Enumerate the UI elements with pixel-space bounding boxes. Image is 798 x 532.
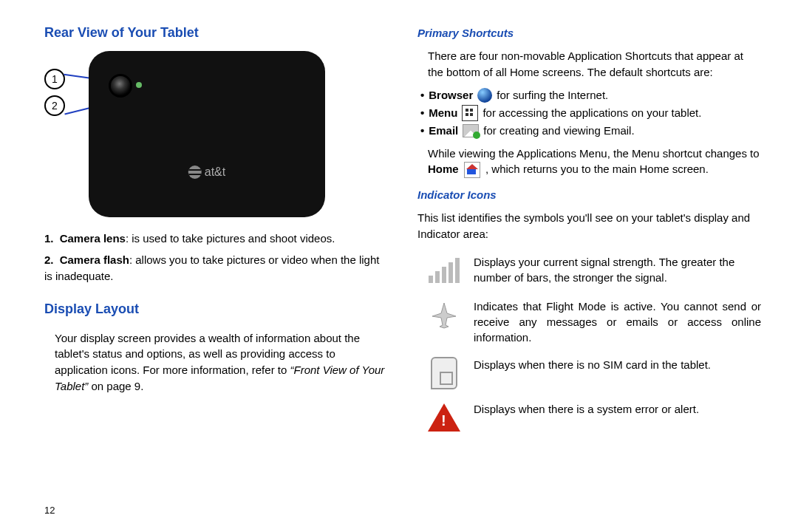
tablet-body: at&t — [89, 51, 325, 217]
home-icon — [464, 162, 480, 178]
shortcut-browser: • Browser for surfing the Internet. — [420, 86, 761, 104]
indicator-text: Displays when there is a system error or… — [474, 401, 699, 417]
bullet-icon: • — [420, 122, 424, 140]
tablet-rear-figure: 1 2 at&t — [44, 51, 325, 217]
home-bold: Home — [428, 163, 459, 175]
page-number: 12 — [44, 505, 55, 516]
indicator-text: Indicates that Flight Mode is active. Yo… — [474, 299, 761, 345]
heading-display-layout: Display Layout — [44, 301, 388, 317]
bullet-icon: • — [420, 86, 424, 104]
indicator-text: Displays when there is no SIM card in th… — [474, 357, 711, 372]
apps-grid-icon — [462, 105, 478, 121]
camera-lens-icon — [111, 76, 130, 95]
list-num: 1. — [44, 232, 54, 245]
indicator-row-nosim: Displays when there is no SIM card in th… — [428, 357, 761, 389]
indicator-row-flight: Indicates that Flight Mode is active. Yo… — [428, 299, 761, 345]
left-column: Rear View of Your Tablet 1 2 at&t 1. Cam… — [44, 22, 388, 517]
airplane-mode-icon — [428, 299, 460, 331]
att-label: at&t — [205, 166, 225, 179]
shortcuts-intro: There are four non-movable Application S… — [428, 48, 761, 81]
att-globe-icon — [188, 166, 202, 179]
heading-indicator-icons: Indicator Icons — [417, 188, 761, 201]
shortcut-label: Browser — [429, 86, 473, 104]
list-num: 2. — [44, 253, 54, 266]
shortcut-label: Email — [429, 122, 458, 140]
page-root: Rear View of Your Tablet 1 2 at&t 1. Cam… — [44, 22, 761, 517]
home-shortcut-paragraph: While viewing the Applications Menu, the… — [428, 146, 761, 179]
indicator-text: Displays your current signal strength. T… — [474, 254, 761, 285]
shortcut-menu: • Menu for accessing the applications on… — [420, 104, 761, 122]
alert-triangle-icon — [428, 401, 460, 434]
shortcut-email: • Email for creating and viewing Email. — [420, 122, 761, 140]
callout-number-1: 1 — [44, 69, 65, 89]
callout-number-2: 2 — [44, 95, 65, 116]
shortcut-tail: for surfing the Internet. — [497, 86, 608, 104]
list-rest: : is used to take pictures and shoot vid… — [126, 232, 335, 245]
bullet-icon: • — [420, 104, 424, 122]
indicator-row-signal: Displays your current signal strength. T… — [428, 254, 761, 287]
rear-list-item-1: 1. Camera lens: is used to take pictures… — [44, 231, 388, 248]
shortcut-tail: for creating and viewing Email. — [483, 122, 634, 140]
home-para-b: , which returns you to the main Home scr… — [485, 163, 709, 175]
shortcut-label: Menu — [429, 104, 457, 122]
display-layout-paragraph: Your display screen provides a wealth of… — [55, 330, 388, 395]
indicator-row-alert: Displays when there is a system error or… — [428, 401, 761, 434]
rear-list-item-2: 2. Camera flash: allows you to take pict… — [44, 252, 388, 285]
camera-flash-icon — [136, 82, 142, 88]
home-para-a: While viewing the Applications Menu, the… — [428, 147, 760, 160]
no-sim-icon — [428, 357, 460, 389]
list-bold: Camera flash — [60, 253, 129, 266]
browser-globe-icon — [477, 88, 492, 103]
shortcut-tail: for accessing the applications on your t… — [482, 104, 701, 122]
heading-rear-view: Rear View of Your Tablet — [44, 25, 388, 41]
att-logo: at&t — [188, 166, 225, 179]
right-column: Primary Shortcuts There are four non-mov… — [417, 22, 761, 517]
para-b: on page 9. — [91, 380, 143, 392]
email-envelope-icon — [463, 124, 479, 137]
signal-strength-icon — [428, 254, 460, 287]
list-bold: Camera lens — [60, 232, 126, 245]
indicators-intro: This list identifies the symbols you'll … — [417, 210, 761, 242]
heading-primary-shortcuts: Primary Shortcuts — [417, 27, 761, 39]
